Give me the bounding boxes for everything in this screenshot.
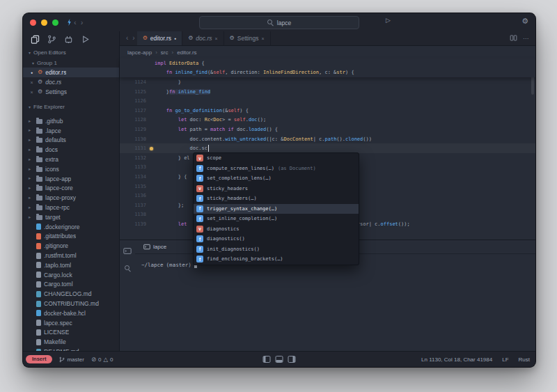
completion-item[interactable]: fdiagnostics(): [194, 234, 359, 244]
open-editors-header[interactable]: ▾ Open Editors: [23, 47, 119, 58]
code-line[interactable]: fn inline_find(&self, direction: InlineF…: [120, 68, 535, 78]
tab-forward-button[interactable]: ›: [130, 35, 136, 42]
toggle-left-panel-icon[interactable]: [263, 356, 271, 363]
more-actions-icon[interactable]: ⋯: [523, 36, 529, 42]
forward-button[interactable]: ›: [79, 19, 86, 26]
file-item[interactable]: LICENSE: [23, 328, 119, 338]
folder-item[interactable]: ▸defaults: [23, 136, 119, 146]
code-line[interactable]: 1125 }fn inline_find: [120, 87, 535, 97]
file-item[interactable]: lapce.spec: [23, 318, 119, 328]
completion-item[interactable]: vsticky_headers: [194, 184, 359, 194]
file-explorer-icon[interactable]: [31, 35, 40, 44]
folder-item[interactable]: ▸extra: [23, 155, 119, 164]
editor-tab[interactable]: ⚙editor.rs●: [137, 31, 182, 45]
close-icon[interactable]: ×: [214, 36, 217, 41]
folder-item[interactable]: ▸lapce-rpc: [23, 203, 119, 212]
folder-item[interactable]: ▸lapce-core: [23, 184, 119, 194]
close-icon[interactable]: ×: [29, 80, 35, 85]
breadcrumb-item[interactable]: editor.rs: [177, 49, 196, 56]
folder-item[interactable]: ▸lapce-proxy: [23, 193, 119, 203]
completion-item[interactable]: vdiagnostics: [194, 224, 359, 235]
zoom-window-button[interactable]: [52, 19, 58, 26]
toggle-right-panel-icon[interactable]: [288, 356, 296, 363]
editor-group-header[interactable]: ▾ Group 1: [23, 58, 119, 68]
completion-item[interactable]: ftrigger_syntax_change(…): [194, 204, 359, 214]
folder-item[interactable]: ▸docs: [23, 145, 119, 155]
folder-icon: [36, 148, 42, 152]
run-icon[interactable]: ▷: [386, 17, 391, 24]
folder-item[interactable]: ▸lapce-app: [23, 174, 119, 184]
folder-icon: [36, 186, 42, 191]
remote-connection-icon[interactable]: [67, 19, 72, 26]
completion-kind-badge: f: [196, 215, 203, 222]
code-line[interactable]: 1129 let path = match if doc.loaded() {: [120, 125, 535, 134]
modified-dot-icon[interactable]: ●: [174, 36, 176, 40]
completion-item[interactable]: ffind_enclosing_brackets(…): [194, 254, 359, 265]
panel-search-icon[interactable]: [125, 265, 131, 272]
code-line[interactable]: 1127 fn go_to_definition(&self) {: [120, 106, 535, 116]
command-palette[interactable]: lapce: [199, 16, 359, 29]
file-item[interactable]: Cargo.lock: [23, 270, 119, 280]
open-editor-item[interactable]: ×⚙doc.rs: [23, 77, 119, 87]
close-icon[interactable]: ×: [261, 36, 264, 41]
toggle-bottom-panel-icon[interactable]: [276, 356, 283, 363]
problems-indicator[interactable]: ⊘ 0 △ 0: [91, 356, 113, 363]
file-item[interactable]: Cargo.toml: [23, 280, 119, 290]
folder-item[interactable]: ▸target: [23, 212, 119, 222]
minimize-window-button[interactable]: [41, 19, 47, 26]
file-item[interactable]: CONTRIBUTING.md: [23, 299, 119, 308]
folder-item[interactable]: ▸.lapce: [23, 126, 119, 136]
plugins-icon[interactable]: [64, 35, 73, 44]
code-line[interactable]: 1130 doc.content.with_untracked(|c: &Doc…: [120, 134, 535, 144]
completion-item[interactable]: fsticky_headers(…): [194, 194, 359, 204]
code-line[interactable]: 1128 let doc: Rc<Doc> = self.doc();: [120, 116, 535, 125]
language-mode[interactable]: Rust: [519, 356, 530, 363]
completion-kind-badge: v: [196, 155, 203, 162]
code-line[interactable]: 1126: [120, 96, 535, 106]
settings-gear-icon[interactable]: ⚙: [521, 17, 528, 25]
editor-tab[interactable]: ⚙Settings×: [224, 31, 271, 45]
completion-item[interactable]: fset_inline_completion(…): [194, 214, 359, 224]
breadcrumb-item[interactable]: src: [161, 49, 168, 56]
split-editor-icon[interactable]: [510, 32, 517, 45]
file-item[interactable]: .gitignore: [23, 241, 119, 251]
mode-badge[interactable]: Insert: [26, 355, 52, 363]
terminal-icon[interactable]: [123, 245, 132, 258]
folder-item[interactable]: ▸icons: [23, 164, 119, 174]
code-line[interactable]: impl EditorData {: [120, 58, 535, 68]
open-editor-item[interactable]: ×⚙Settings: [23, 87, 119, 97]
completion-item[interactable]: fset_completion_lens(…): [194, 173, 359, 184]
statusbar-right: Ln 1130, Col 18, Char 41984 LF Rust: [421, 356, 530, 363]
source-control-icon[interactable]: [47, 35, 56, 44]
file-item[interactable]: .rustfmt.toml: [23, 251, 119, 260]
completion-label: scope: [207, 155, 221, 161]
breadcrumb-item[interactable]: lapce-app: [127, 49, 152, 56]
file-item[interactable]: Makefile: [23, 337, 119, 347]
folder-item[interactable]: ▸.github: [23, 116, 119, 126]
close-icon[interactable]: ×: [29, 90, 35, 95]
completion-item[interactable]: vscope: [194, 153, 359, 164]
branch-indicator[interactable]: master: [59, 356, 84, 363]
modified-dot-icon[interactable]: ●: [29, 70, 35, 75]
file-item[interactable]: docker-bake.hcl: [23, 308, 119, 318]
file-item[interactable]: .dockerignore: [23, 222, 119, 232]
file-explorer-header[interactable]: ▾ File Explorer: [23, 101, 119, 112]
file-icon: [36, 329, 41, 336]
editor-tab[interactable]: ⚙doc.rs×: [182, 31, 223, 45]
file-item[interactable]: .taplo.toml: [23, 260, 119, 270]
file-item[interactable]: .gitattributes: [23, 232, 119, 242]
open-editor-item[interactable]: ●⚙editor.rs: [23, 68, 119, 77]
tab-back-button[interactable]: ‹: [124, 35, 130, 42]
file-item[interactable]: CHANGELOG.md: [23, 289, 119, 299]
code-line[interactable]: 1124 }: [120, 77, 535, 87]
chevron-right-icon: ▸: [29, 138, 33, 143]
code-line[interactable]: 1131 doc.sc: [120, 143, 535, 153]
back-button[interactable]: ‹: [72, 19, 79, 26]
completion-item[interactable]: finit_diagnostics(): [194, 244, 359, 255]
close-window-button[interactable]: [30, 19, 36, 26]
completion-item[interactable]: fcompute_screen_lines(…)(as Document): [194, 164, 359, 174]
cursor-position[interactable]: Ln 1130, Col 18, Char 41984: [421, 356, 492, 363]
debug-icon[interactable]: [81, 35, 90, 44]
terminal-tab[interactable]: lapce: [139, 244, 171, 250]
line-ending[interactable]: LF: [502, 356, 508, 363]
